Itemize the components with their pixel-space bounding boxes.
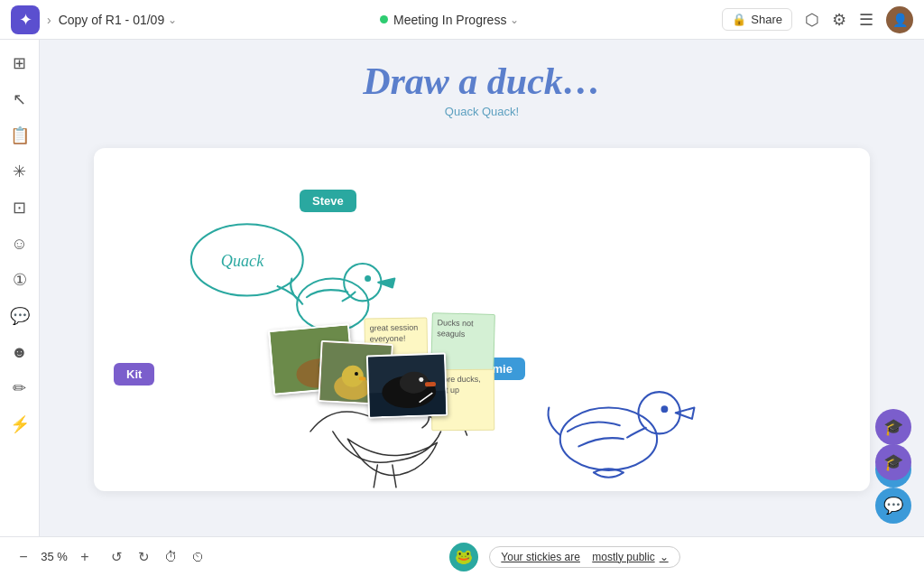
svg-rect-19: [359, 376, 366, 380]
zoom-controls: − 35 % +: [13, 546, 96, 568]
zoom-minus-button[interactable]: −: [13, 546, 34, 568]
meeting-chevron-icon: ⌄: [510, 14, 519, 26]
user-avatar[interactable]: 👤: [886, 6, 913, 33]
template-button[interactable]: ⬡: [805, 10, 819, 30]
sidebar-item-notes[interactable]: 📋: [4, 119, 36, 152]
topbar: ✦ › Copy of R1 - 01/09 ⌄ Meeting In Prog…: [0, 0, 924, 40]
title-chevron-icon: ⌄: [168, 14, 177, 26]
pen-icon: ✏: [13, 378, 26, 398]
whiteboard[interactable]: Steve Kit Jamie Quack: [94, 148, 870, 491]
sidebar-item-lightning[interactable]: ⚡: [4, 408, 36, 441]
floating-action-buttons: 🎓 💬: [875, 444, 911, 524]
meeting-status-label[interactable]: Meeting In Progress ⌄: [393, 13, 519, 27]
grad-hat-button[interactable]: 🎓: [875, 444, 911, 480]
chat-bubble-button[interactable]: 💬: [875, 488, 911, 524]
svg-point-6: [638, 392, 679, 433]
template-icon: ⊡: [13, 198, 26, 218]
mostly-public-text: mostly public: [592, 551, 654, 563]
lightning-icon: ⚡: [10, 414, 30, 434]
sidebar-item-effects[interactable]: ✳: [4, 155, 36, 188]
sidebar-item-chat[interactable]: 💬: [4, 300, 36, 332]
sticky-text-1: great session everyone!: [370, 323, 419, 344]
sticky-text-2: Ducks not seaguls: [437, 318, 474, 338]
sticky-label-text: Your stickies are: [501, 551, 580, 563]
bottombar: − 35 % + ↺ ↻ ⏱ ⏲ 🐸 Your stickies are mos…: [0, 536, 924, 576]
public-visibility-badge[interactable]: Your stickies are mostly public ⌄: [489, 546, 679, 568]
cursor-icon: ↖: [13, 89, 26, 109]
face-icon: ☻: [11, 343, 28, 362]
timer1-button[interactable]: ⏱: [159, 545, 182, 569]
svg-point-5: [560, 407, 657, 469]
effects-icon: ✳: [13, 162, 26, 181]
canvas-area[interactable]: Draw a duck… Quack Quack! Steve Kit Jami…: [40, 40, 924, 536]
redo-button[interactable]: ↻: [132, 545, 155, 569]
svg-text:Quack: Quack: [221, 252, 264, 270]
chat-icon: 💬: [10, 306, 30, 326]
share-button[interactable]: 🔒 Share: [722, 8, 792, 31]
timer2-button[interactable]: ⏲: [186, 545, 209, 569]
undo-button[interactable]: ↺: [105, 545, 128, 569]
canvas-subtitle: Quack Quack!: [363, 105, 601, 118]
frames-icon: ⊞: [13, 53, 26, 73]
undo-redo-controls: ↺ ↻ ⏱ ⏲: [105, 545, 209, 569]
timer-icon: ①: [13, 270, 27, 290]
meeting-status-dot: [380, 15, 388, 23]
left-sidebar: ⊞ ↖ 📋 ✳ ⊡ ☺ ① 💬 ☻ ✏ ⚡: [0, 40, 40, 536]
svg-point-3: [344, 264, 381, 301]
sidebar-item-pen[interactable]: ✏: [4, 372, 36, 404]
notes-icon: 📋: [10, 125, 30, 145]
main-layout: ⊞ ↖ 📋 ✳ ⊡ ☺ ① 💬 ☻ ✏ ⚡ Draw a duck… Quack…: [0, 40, 924, 536]
svg-point-4: [365, 276, 370, 281]
sidebar-item-template[interactable]: ⊡: [4, 191, 36, 224]
emoji-icon: ☺: [11, 235, 27, 254]
menu-button[interactable]: ☰: [859, 10, 873, 30]
sticky-avatar-icon: 🐸: [449, 543, 478, 571]
bottom-center: 🐸 Your stickies are mostly public ⌄: [218, 543, 911, 571]
document-title[interactable]: Copy of R1 - 01/09 ⌄: [59, 13, 178, 27]
svg-point-7: [662, 406, 668, 412]
svg-rect-25: [425, 382, 436, 386]
svg-point-2: [297, 279, 368, 331]
topbar-actions: 🔒 Share ⬡ ⚙ ☰ 👤: [722, 6, 913, 33]
participant-label-kit: Kit: [114, 363, 154, 386]
logo-icon: ✦: [19, 10, 32, 30]
nav-chevron[interactable]: ›: [47, 13, 51, 27]
sidebar-item-timer[interactable]: ①: [4, 264, 36, 296]
zoom-value: 35 %: [40, 550, 69, 563]
svg-point-0: [191, 224, 303, 295]
sidebar-item-emoji[interactable]: ☺: [4, 228, 36, 260]
badge-chevron-icon: ⌄: [660, 551, 669, 563]
participant-label-steve: Steve: [300, 190, 356, 212]
hat-button[interactable]: 🎓: [875, 409, 911, 445]
sidebar-item-frames[interactable]: ⊞: [4, 47, 36, 79]
sidebar-item-cursor[interactable]: ↖: [4, 83, 36, 116]
sidebar-item-face[interactable]: ☻: [4, 336, 36, 368]
canvas-title: Draw a duck… Quack Quack!: [363, 60, 601, 118]
topbar-center: Meeting In Progress ⌄: [184, 13, 715, 27]
share-icon: 🔒: [732, 13, 746, 26]
zoom-plus-button[interactable]: +: [74, 546, 96, 568]
settings-button[interactable]: ⚙: [832, 10, 846, 30]
canvas-main-title: Draw a duck…: [363, 60, 601, 103]
app-logo[interactable]: ✦: [11, 5, 40, 34]
duck-photo-3: [366, 352, 448, 418]
